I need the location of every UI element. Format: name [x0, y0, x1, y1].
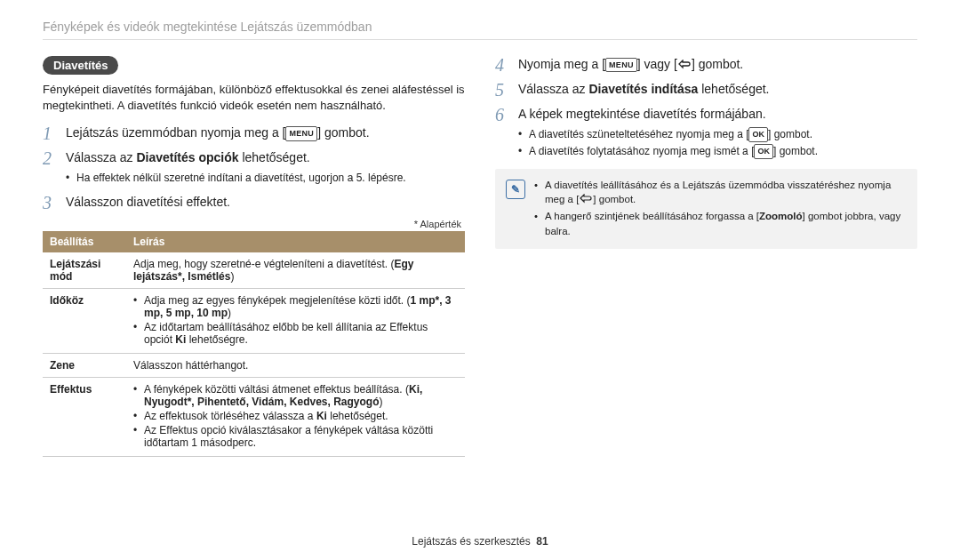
footer-text: Lejátszás és szerkesztés	[412, 535, 530, 548]
table-row: Lejátszási mód Adja meg, hogy szeretné-e…	[43, 252, 465, 289]
note-item: A hangerő szintjének beállításához forga…	[534, 209, 907, 238]
right-column: 4 Nyomja meg a [MENU] vagy [] gombot. 5 …	[495, 56, 917, 457]
header-title: Fényképek és videók megtekintése Lejátsz…	[43, 20, 372, 34]
menu-icon: MENU	[605, 58, 637, 72]
left-column: Diavetítés Fényképeit diavetítés formájá…	[43, 56, 465, 457]
table-row: Effektus A fényképek közötti váltási átm…	[43, 377, 465, 456]
row-key: Effektus	[43, 377, 126, 456]
back-icon	[579, 192, 593, 207]
section-badge: Diavetítés	[43, 56, 118, 75]
step-4-text: Nyomja meg a [MENU] vagy [] gombot.	[518, 56, 917, 73]
step-number: 3	[43, 194, 59, 212]
table-header-col2: Leírás	[126, 231, 465, 252]
step-number: 5	[495, 81, 511, 99]
note-icon: ✎	[506, 180, 525, 199]
menu-icon: MENU	[285, 126, 317, 140]
row-key: Zene	[43, 353, 126, 377]
section-intro: Fényképeit diavetítés formájában, különb…	[43, 82, 465, 114]
page-number: 81	[536, 535, 548, 548]
options-table: Beállítás Leírás Lejátszási mód Adja meg…	[43, 231, 465, 457]
step-number: 2	[43, 149, 59, 167]
page: Fényképek és videók megtekintése Lejátsz…	[0, 0, 960, 560]
step-number: 4	[495, 56, 511, 74]
row-key: Lejátszási mód	[43, 252, 126, 289]
note-box: ✎ A diavetítés leállításához és a Lejáts…	[495, 169, 917, 250]
note-item: A diavetítés leállításához és a Lejátszá…	[534, 178, 907, 207]
step-5-text: Válassza az Diavetítés indítása lehetősé…	[518, 81, 917, 98]
table-header-col1: Beállítás	[43, 231, 126, 252]
content-area: Diavetítés Fényképeit diavetítés formájá…	[43, 56, 917, 457]
back-icon	[677, 56, 692, 73]
note-list: A diavetítés leállításához és a Lejátszá…	[534, 178, 907, 241]
step-1-text: Lejátszás üzemmódban nyomja meg a [MENU]…	[66, 124, 465, 141]
step-2-text: Válassza az Diavetítés opciók lehetősége…	[66, 149, 465, 166]
steps-list-left: 1 Lejátszás üzemmódban nyomja meg a [MEN…	[43, 124, 465, 211]
step-3-text: Válasszon diavetítési effektet.	[66, 194, 465, 211]
step-2-sub: Ha effektek nélkül szeretné indítani a d…	[43, 171, 465, 186]
step-6-text: A képek megtekintése diavetítés formájáb…	[518, 106, 917, 123]
steps-list-right: 4 Nyomja meg a [MENU] vagy [] gombot. 5 …	[495, 56, 917, 160]
default-value-note: * Alapérték	[43, 219, 465, 229]
row-desc: Adja meg az egyes fényképek megjelenítés…	[126, 288, 465, 353]
step-number: 1	[43, 124, 59, 142]
step-number: 6	[495, 106, 511, 124]
row-desc: Adja meg, hogy szeretné-e végteleníteni …	[126, 252, 465, 289]
step-6-sub-item: A diavetítés folytatásához nyomja meg is…	[518, 144, 917, 159]
step-6-sub: A diavetítés szüneteltetéséhez nyomja me…	[495, 127, 917, 160]
ok-icon: OK	[748, 127, 768, 142]
row-desc: A fényképek közötti váltási átmenet effe…	[126, 377, 465, 456]
step-2-sub-item: Ha effektek nélkül szeretné indítani a d…	[66, 171, 465, 186]
ok-icon: OK	[754, 144, 773, 159]
table-row: Zene Válasszon háttérhangot.	[43, 353, 465, 377]
page-header: Fényképek és videók megtekintése Lejátsz…	[43, 20, 917, 40]
table-row: Időköz Adja meg az egyes fényképek megje…	[43, 288, 465, 353]
row-key: Időköz	[43, 288, 126, 353]
row-desc: Válasszon háttérhangot.	[126, 353, 465, 377]
page-footer: Lejátszás és szerkesztés 81	[0, 535, 960, 548]
step-6-sub-item: A diavetítés szüneteltetéséhez nyomja me…	[518, 127, 917, 142]
